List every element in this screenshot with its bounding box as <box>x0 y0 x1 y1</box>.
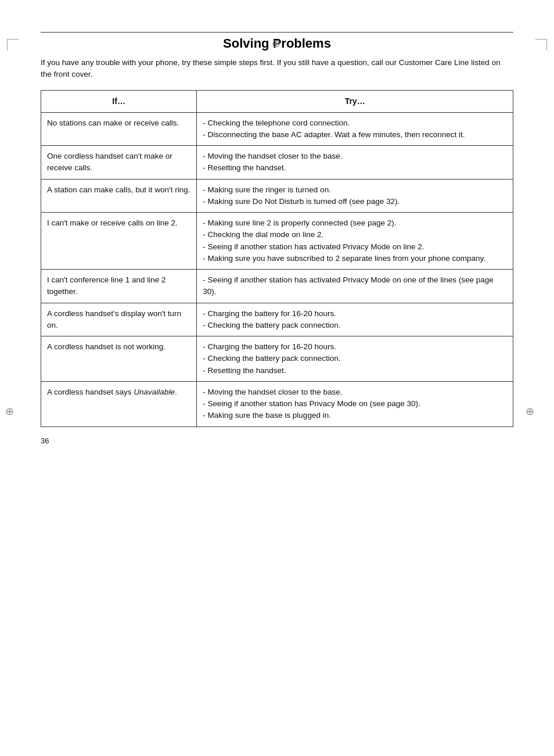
cell-if-4: I can't conference line 1 and line 2 tog… <box>41 270 197 303</box>
cell-if-5: A cordless handset's display won't turn … <box>41 303 197 336</box>
table-row: A cordless handset's display won't turn … <box>41 303 513 336</box>
table-row: I can't make or receive calls on line 2.… <box>41 213 513 270</box>
content-area: Solving Problems If you have any trouble… <box>41 32 513 445</box>
crosshair-top <box>277 42 287 53</box>
reg-mark-tr <box>535 39 547 51</box>
cell-try-7: - Moving the handset closer to the base.… <box>197 381 513 427</box>
reg-mark-tl <box>7 39 19 51</box>
cell-try-3: - Making sure line 2 is properly connect… <box>197 213 513 270</box>
table-row: I can't conference line 1 and line 2 tog… <box>41 270 513 303</box>
cell-if-7: A cordless handset says Unavailable. <box>41 381 197 427</box>
col-if-header: If… <box>41 90 197 112</box>
troubleshoot-table: If… Try… No stations can make or receive… <box>41 90 513 427</box>
crosshair-left <box>10 410 21 421</box>
cell-if-3: I can't make or receive calls on line 2. <box>41 213 197 270</box>
cell-try-1: - Moving the handset closer to the base.… <box>197 146 513 180</box>
cell-try-5: - Charging the battery for 16-20 hours. … <box>197 303 513 336</box>
cell-if-0: No stations can make or receive calls. <box>41 112 197 146</box>
page-wrapper: Solving Problems If you have any trouble… <box>0 32 554 756</box>
top-rule <box>41 32 513 33</box>
cell-try-6: - Charging the battery for 16-20 hours. … <box>197 336 513 382</box>
intro-text: If you have any trouble with your phone,… <box>41 57 513 81</box>
cell-if-6: A cordless handset is not working. <box>41 336 197 382</box>
col-try-header: Try… <box>197 90 513 112</box>
page-number: 36 <box>41 436 513 445</box>
table-row: One cordless handset can't make or recei… <box>41 146 513 180</box>
table-row: A cordless handset says Unavailable.- Mo… <box>41 381 513 427</box>
table-row: A cordless handset is not working.- Char… <box>41 336 513 382</box>
table-row: A station can make calls, but it won't r… <box>41 179 513 213</box>
cell-try-0: - Checking the telephone cord connection… <box>197 112 513 146</box>
cell-if-2: A station can make calls, but it won't r… <box>41 179 197 213</box>
table-row: No stations can make or receive calls.- … <box>41 112 513 146</box>
cell-try-4: - Seeing if another station has activate… <box>197 270 513 303</box>
cell-try-2: - Making sure the ringer is turned on. -… <box>197 179 513 213</box>
table-header-row: If… Try… <box>41 90 513 112</box>
cell-if-1: One cordless handset can't make or recei… <box>41 146 197 180</box>
crosshair-right <box>531 410 541 421</box>
